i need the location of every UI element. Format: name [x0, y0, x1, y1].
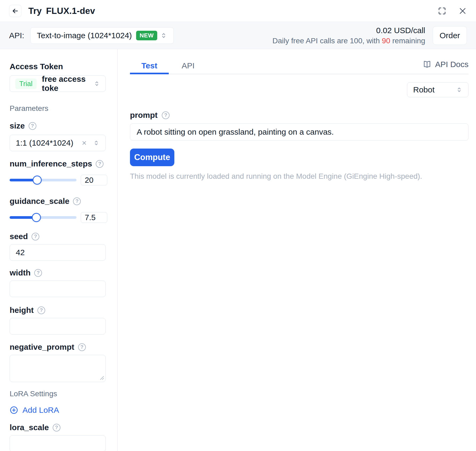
- help-icon[interactable]: ?: [162, 111, 170, 119]
- help-icon[interactable]: ?: [78, 343, 86, 351]
- num-inference-steps-slider[interactable]: [10, 179, 76, 181]
- new-badge: NEW: [136, 31, 157, 40]
- help-icon[interactable]: ?: [34, 269, 42, 277]
- price-per-call: 0.02 USD/call: [376, 26, 425, 35]
- close-icon: [458, 7, 467, 15]
- size-label: size: [10, 121, 25, 130]
- lora-scale-label: lora_scale: [10, 423, 49, 432]
- guidance-scale-label: guidance_scale: [10, 197, 69, 206]
- parameters-heading: Parameters: [10, 104, 106, 113]
- tab-api[interactable]: API: [169, 59, 208, 74]
- chevron-updown-icon: [94, 80, 100, 87]
- add-lora-button[interactable]: Add LoRA: [10, 406, 59, 415]
- help-icon[interactable]: ?: [32, 233, 39, 240]
- add-lora-label: Add LoRA: [22, 406, 59, 415]
- dialog-header: Try FLUX.1-dev: [0, 0, 476, 22]
- num-inference-steps-input[interactable]: [81, 175, 107, 185]
- size-value: 1:1 (1024*1024): [16, 138, 73, 147]
- seed-label: seed: [10, 232, 28, 241]
- api-type-value: Text-to-image (1024*1024): [37, 31, 132, 40]
- slider-thumb[interactable]: [33, 176, 42, 185]
- help-icon[interactable]: ?: [53, 424, 60, 431]
- guidance-scale-input[interactable]: [81, 212, 107, 223]
- help-icon[interactable]: ?: [37, 306, 45, 314]
- guidance-scale-slider[interactable]: [10, 216, 76, 219]
- example-select-value: Robot: [413, 85, 435, 94]
- api-bar: API: Text-to-image (1024*1024) NEW 0.02 …: [0, 22, 476, 49]
- quota-text: Daily free API calls are 100, with 90 re…: [272, 37, 425, 45]
- plus-circle-icon: [10, 406, 18, 414]
- access-token-value: free access toke: [42, 75, 94, 93]
- test-panel: Test API API Docs Robot prom: [118, 49, 476, 451]
- parameters-sidebar: Access Token Trial free access toke Para…: [0, 49, 118, 451]
- width-label: width: [10, 268, 30, 277]
- help-icon[interactable]: ?: [29, 122, 36, 130]
- prompt-input[interactable]: [130, 123, 469, 141]
- model-status-text: This model is currently loaded and runni…: [130, 172, 469, 181]
- api-docs-link[interactable]: API Docs: [423, 60, 469, 69]
- page-title: Try FLUX.1-dev: [28, 6, 95, 16]
- tab-test[interactable]: Test: [130, 59, 169, 74]
- tab-bar: Test API API Docs: [130, 59, 469, 74]
- chevron-updown-icon: [456, 87, 462, 93]
- quota-suffix: remaining: [390, 37, 425, 45]
- clear-icon[interactable]: [81, 140, 87, 146]
- page-title-model: FLUX.1-dev: [46, 6, 95, 16]
- negative-prompt-label: negative_prompt: [10, 343, 74, 352]
- lora-scale-input[interactable]: [10, 435, 106, 451]
- compute-button[interactable]: Compute: [130, 149, 174, 166]
- api-docs-label: API Docs: [435, 60, 469, 69]
- width-input[interactable]: [10, 281, 106, 297]
- fullscreen-icon: [437, 6, 447, 15]
- api-label: API:: [9, 31, 24, 40]
- height-input[interactable]: [10, 318, 106, 335]
- close-button[interactable]: [458, 7, 467, 15]
- seed-input[interactable]: [10, 244, 106, 261]
- chevron-updown-icon: [160, 32, 167, 39]
- help-icon[interactable]: ?: [73, 197, 81, 205]
- size-select[interactable]: 1:1 (1024*1024): [10, 135, 106, 151]
- slider-thumb[interactable]: [32, 213, 41, 222]
- arrow-left-icon: [11, 7, 19, 15]
- negative-prompt-textarea[interactable]: [10, 355, 106, 382]
- help-icon[interactable]: ?: [96, 160, 103, 168]
- trial-badge: Trial: [15, 79, 37, 89]
- quota-remaining-count: 90: [382, 37, 390, 45]
- num-inference-steps-label: num_inference_steps: [10, 159, 92, 168]
- back-button[interactable]: [9, 5, 21, 17]
- example-select[interactable]: Robot: [407, 82, 469, 97]
- access-token-select[interactable]: Trial free access toke: [10, 75, 106, 92]
- fullscreen-button[interactable]: [437, 6, 447, 15]
- prompt-label: prompt: [130, 111, 158, 120]
- order-button[interactable]: Order: [433, 26, 467, 45]
- access-token-heading: Access Token: [10, 62, 106, 71]
- page-title-prefix: Try: [28, 6, 42, 16]
- lora-settings-heading: LoRA Settings: [10, 390, 106, 398]
- api-type-select[interactable]: Text-to-image (1024*1024) NEW: [30, 27, 174, 44]
- book-icon: [423, 60, 431, 69]
- height-label: height: [10, 306, 34, 315]
- quota-prefix: Daily free API calls are 100, with: [272, 37, 382, 45]
- try-model-dialog: Try FLUX.1-dev API: Text-to-image (1024*…: [0, 0, 476, 451]
- chevron-updown-icon: [93, 140, 99, 146]
